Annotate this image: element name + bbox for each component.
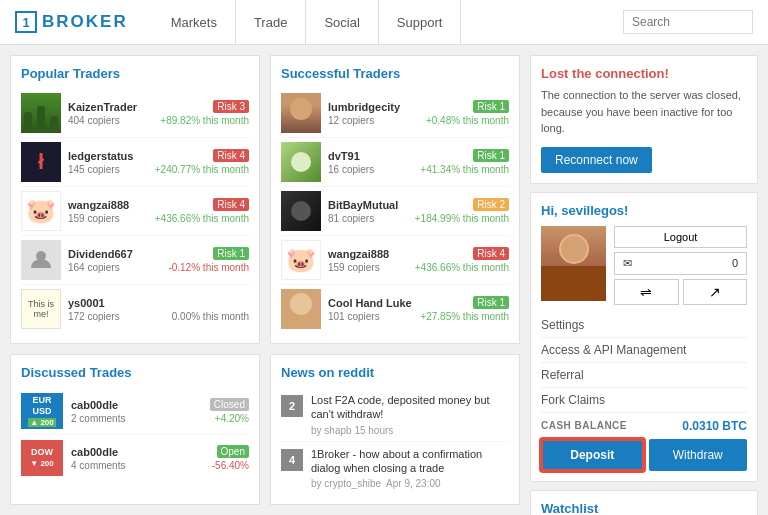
- referral-menu-item[interactable]: Referral: [541, 363, 747, 388]
- list-item: dvT91 Risk 1 16 copiers +41.34% this mon…: [281, 138, 509, 187]
- avatar: [281, 93, 321, 133]
- list-item: 🐷 wangzai888 Risk 4 159 copiers +436.66%…: [21, 187, 249, 236]
- trader-info: BitBayMutual Risk 2 81 copiers +184.99% …: [328, 198, 509, 224]
- trade-user: cab00dle: [71, 399, 118, 411]
- trader-name: wangzai888: [68, 199, 129, 211]
- news-item: 2 Lost F2A code, deposited money but can…: [281, 388, 509, 442]
- cash-balance-label: CASH BALANCE: [541, 420, 627, 431]
- change-value: +0.48% this month: [426, 115, 509, 126]
- nav-trade[interactable]: Trade: [236, 0, 306, 45]
- messages-button[interactable]: ✉ 0: [614, 252, 747, 275]
- list-item: BitBayMutual Risk 2 81 copiers +184.99% …: [281, 187, 509, 236]
- copier-count: 164 copiers: [68, 262, 120, 273]
- user-greeting: Hi, sevillegos!: [541, 203, 747, 218]
- alert-title: Lost the connection!: [541, 66, 747, 81]
- deposit-button[interactable]: Deposit: [541, 439, 644, 471]
- settings-icon-button[interactable]: ⇌: [614, 279, 679, 305]
- avatar: ł: [21, 142, 61, 182]
- copier-count: 101 copiers: [328, 311, 380, 322]
- trade-change: -56.40%: [212, 460, 249, 471]
- list-item: Cool Hand Luke Risk 1 101 copiers +27.85…: [281, 285, 509, 333]
- news-number: 2: [281, 395, 303, 417]
- news-title-text: Lost F2A code, deposited money but can't…: [311, 393, 509, 422]
- reconnect-button[interactable]: Reconnect now: [541, 147, 652, 173]
- copier-count: 159 copiers: [328, 262, 380, 273]
- trader-name: ledgerstatus: [68, 150, 133, 162]
- trader-name: Dividend667: [68, 248, 133, 260]
- transfer-icon-button[interactable]: ↗: [683, 279, 748, 305]
- change-value: +436.66% this month: [155, 213, 249, 224]
- nav-social[interactable]: Social: [306, 0, 378, 45]
- trader-info: wangzai888 Risk 4 159 copiers +436.66% t…: [328, 247, 509, 273]
- trader-name: dvT91: [328, 150, 360, 162]
- user-area: Logout ✉ 0 ⇌ ↗: [541, 226, 747, 305]
- alert-panel: Lost the connection! The connection to t…: [530, 55, 758, 184]
- trader-info: wangzai888 Risk 4 159 copiers +436.66% t…: [68, 198, 249, 224]
- trade-comments: 4 comments: [71, 460, 125, 471]
- change-value: 0.00% this month: [172, 311, 249, 322]
- risk-badge: Risk 4: [213, 198, 249, 211]
- trade-status: Open: [217, 445, 249, 458]
- nav-markets[interactable]: Markets: [153, 0, 236, 45]
- watchlist-title: Watchlist: [541, 501, 747, 516]
- change-value: +89.82% this month: [160, 115, 249, 126]
- trade-info: cab00dle Open 4 comments -56.40%: [71, 445, 249, 471]
- trade-badge: DOW ▼ 200: [21, 440, 63, 476]
- risk-badge: Risk 4: [473, 247, 509, 260]
- successful-traders-title: Successful Traders: [281, 66, 509, 81]
- header: 1 BROKER Markets Trade Social Support: [0, 0, 768, 45]
- news-meta: by shapb 15 hours: [311, 425, 509, 436]
- trader-info: Cool Hand Luke Risk 1 101 copiers +27.85…: [328, 296, 509, 322]
- trader-name: wangzai888: [328, 248, 389, 260]
- avatar: 🐷: [281, 240, 321, 280]
- list-item: Dividend667 Risk 1 164 copiers -0.12% th…: [21, 236, 249, 285]
- copier-count: 145 copiers: [68, 164, 120, 175]
- message-count: 0: [732, 257, 738, 269]
- trader-info: Dividend667 Risk 1 164 copiers -0.12% th…: [68, 247, 249, 273]
- risk-badge: Risk 1: [473, 296, 509, 309]
- logout-button[interactable]: Logout: [614, 226, 747, 248]
- change-value: +240.77% this month: [155, 164, 249, 175]
- change-value: +184.99% this month: [415, 213, 509, 224]
- discussed-trades-panel: Discussed Trades EURUSD ▲ 200 cab00dle C…: [10, 354, 260, 505]
- trader-name: BitBayMutual: [328, 199, 398, 211]
- avatar: [281, 142, 321, 182]
- risk-badge: Risk 1: [213, 247, 249, 260]
- risk-badge: Risk 2: [473, 198, 509, 211]
- trade-badge: EURUSD ▲ 200: [21, 393, 63, 429]
- trade-user: cab00dle: [71, 446, 118, 458]
- news-meta: by crypto_shibe Apr 9, 23:00: [311, 478, 509, 489]
- trade-comments: 2 comments: [71, 413, 125, 424]
- list-item: EURUSD ▲ 200 cab00dle Closed 2 comments …: [21, 388, 249, 435]
- copier-count: 172 copiers: [68, 311, 120, 322]
- traders-sections: Popular Traders KaizenTrader Risk 3: [10, 55, 520, 344]
- trader-name: ys0001: [68, 297, 105, 309]
- news-content: 1Broker - how about a confirmation dialo…: [311, 447, 509, 490]
- trader-info: dvT91 Risk 1 16 copiers +41.34% this mon…: [328, 149, 509, 175]
- trader-info: KaizenTrader Risk 3 404 copiers +89.82% …: [68, 100, 249, 126]
- avatar: [281, 289, 321, 329]
- change-value: +41.34% this month: [420, 164, 509, 175]
- popular-traders-panel: Popular Traders KaizenTrader Risk 3: [10, 55, 260, 344]
- successful-traders-panel: Successful Traders lumbridgecity Risk 1: [270, 55, 520, 344]
- copier-count: 81 copiers: [328, 213, 374, 224]
- risk-badge: Risk 4: [213, 149, 249, 162]
- withdraw-button[interactable]: Withdraw: [649, 439, 748, 471]
- news-panel: News on reddit 2 Lost F2A code, deposite…: [270, 354, 520, 505]
- user-actions: Logout ✉ 0 ⇌ ↗: [614, 226, 747, 305]
- avatar: 🐷: [21, 191, 61, 231]
- list-item: DOW ▼ 200 cab00dle Open 4 comments -56.4…: [21, 435, 249, 481]
- settings-menu-item[interactable]: Settings: [541, 313, 747, 338]
- trader-name: Cool Hand Luke: [328, 297, 412, 309]
- list-item: lumbridgecity Risk 1 12 copiers +0.48% t…: [281, 89, 509, 138]
- list-item: This is me! ys0001 172 copiers 0.00% thi…: [21, 285, 249, 333]
- news-title-text: 1Broker - how about a confirmation dialo…: [311, 447, 509, 476]
- popular-traders-title: Popular Traders: [21, 66, 249, 81]
- search-input[interactable]: [623, 10, 753, 34]
- fork-claims-menu-item[interactable]: Fork Claims: [541, 388, 747, 413]
- logo-box: 1: [15, 11, 37, 33]
- access-management-menu-item[interactable]: Access & API Management: [541, 338, 747, 363]
- nav-support[interactable]: Support: [379, 0, 462, 45]
- copier-count: 12 copiers: [328, 115, 374, 126]
- nav: Markets Trade Social Support: [153, 0, 623, 45]
